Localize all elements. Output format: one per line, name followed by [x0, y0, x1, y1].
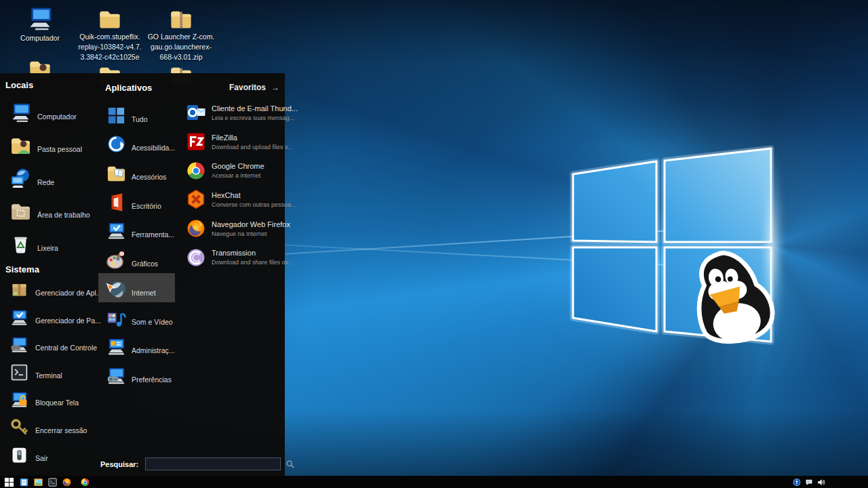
category-label: Acessórios — [132, 173, 166, 181]
internet-globe-icon — [106, 279, 127, 300]
category-preferencias[interactable]: Preferências — [98, 360, 175, 389]
category-acessibilidade[interactable]: Acessibilida... — [98, 129, 175, 158]
category-label: Som e Vídeo — [132, 318, 173, 326]
favorite-hexchat[interactable]: HexChat Converse com outras pessoa... — [176, 185, 285, 214]
category-administracao[interactable]: Administraç... — [98, 331, 175, 361]
image-viewer-taskbar-icon[interactable] — [33, 477, 43, 487]
favorite-subtitle: Navegue na Internet — [212, 230, 285, 237]
preferences-icon — [106, 365, 127, 386]
favorite-transmission[interactable]: Transmission Download and share files ov… — [176, 243, 285, 272]
menu-item-area-de-trabalho[interactable]: Área de trabalho — [0, 192, 98, 225]
category-graficos[interactable]: Gráficos — [98, 244, 175, 273]
category-escritorio[interactable]: Escritório — [98, 186, 175, 216]
search-label: Pesquisar: — [100, 460, 138, 468]
desktop-icon-label: GO Launcher Z-com. — [140, 33, 222, 41]
accessibility-icon — [106, 134, 127, 155]
menu-item-encerrar-sessao[interactable]: Encerrar sessão — [0, 411, 98, 439]
favoritos-header[interactable]: Favoritos→ — [176, 83, 279, 92]
menu-item-label: Pasta pessoal — [37, 145, 82, 153]
menu-item-label: Central de Controle — [35, 344, 97, 352]
hexchat-icon — [185, 188, 207, 210]
desktop-icon-golauncher-zip[interactable]: GO Launcher Z-com. gau.go.launcherex- 66… — [140, 7, 222, 62]
accessories-folder-icon — [106, 163, 127, 184]
office-icon — [106, 192, 127, 213]
search-input[interactable] — [145, 458, 281, 470]
menu-item-gerenciador-aplicativos[interactable]: Gerenciador de Apl... — [0, 274, 98, 302]
favorite-filezilla[interactable]: FileZilla Download and upload files v... — [176, 127, 285, 157]
category-label: Ferramenta... — [132, 230, 174, 239]
menu-item-label: Gerenciador de Pa... — [35, 317, 101, 325]
favorite-subtitle: Download and upload files v... — [212, 144, 285, 150]
trash-icon — [9, 233, 32, 256]
administration-icon — [106, 336, 127, 357]
menu-item-label: Área de trabalho — [37, 211, 90, 219]
menu-item-label: Terminal — [35, 371, 62, 380]
firefox-taskbar-icon[interactable] — [62, 477, 72, 487]
desktop-icon-quik-folder[interactable]: Quik-com.stupeflix. replay-103842-v4.7. … — [69, 7, 151, 62]
category-label: Internet — [132, 289, 156, 297]
favoritos-label: Favoritos — [229, 83, 266, 92]
locais-header: Locais — [5, 80, 98, 90]
favorite-title: Cliente de E-mail Thund... — [212, 104, 285, 113]
desktop-icon-label: replay-103842-v4.7. — [69, 43, 151, 52]
menu-item-computador[interactable]: Computador — [0, 93, 98, 126]
menu-item-rede[interactable]: Rede — [0, 159, 98, 192]
chrome-taskbar-icon[interactable] — [80, 477, 90, 487]
menu-item-central-de-controle[interactable]: Central de Controle — [0, 329, 98, 357]
chat-tray-icon[interactable] — [804, 478, 814, 487]
menu-item-label: Encerrar sessão — [35, 426, 87, 434]
category-acessorios[interactable]: Acessórios — [98, 157, 175, 186]
menu-item-gerenciador-pacotes[interactable]: Gerenciador de Pa... — [0, 302, 98, 329]
menu-item-pasta-pessoal[interactable]: Pasta pessoal — [0, 126, 98, 159]
volume-tray-icon[interactable] — [816, 478, 826, 487]
category-internet-selected[interactable]: Internet — [98, 273, 175, 302]
menu-item-lixeira[interactable]: Lixeira — [0, 224, 98, 258]
home-folder-icon — [9, 134, 32, 157]
category-label: Gráficos — [132, 260, 158, 268]
desktop-screen: Computador Quik-com.stupeflix. replay-10… — [0, 0, 868, 488]
favorite-subtitle: Leia e escreva suas mensag... — [212, 115, 285, 121]
power-switch-icon — [9, 445, 29, 465]
file-manager-taskbar-icon[interactable] — [19, 477, 29, 487]
shield-tray-icon[interactable] — [792, 478, 802, 487]
terminal-taskbar-icon[interactable] — [47, 477, 58, 487]
menu-item-label: Lixeira — [37, 244, 58, 252]
folder-icon — [97, 7, 123, 31]
favorite-title: HexChat — [212, 191, 285, 199]
network-icon — [9, 167, 32, 190]
sistema-header: Sistema — [5, 264, 98, 274]
favorite-title: Navegador Web Firefox — [212, 220, 285, 228]
email-client-icon — [185, 102, 207, 123]
menu-item-sair[interactable]: Sair — [0, 439, 98, 467]
desktop-icon-label: 668-v3.01.zip — [140, 53, 222, 62]
tools-screen-icon — [106, 220, 127, 241]
category-ferramentas[interactable]: Ferramenta... — [98, 216, 175, 245]
category-tudo[interactable]: Tudo — [98, 100, 175, 129]
favorite-subtitle: Acessar a internet — [212, 172, 264, 179]
chrome-icon — [185, 160, 207, 182]
favorite-google-chrome[interactable]: Google Chrome Acessar a internet — [176, 156, 285, 185]
category-label: Acessibilida... — [132, 144, 175, 152]
start-button[interactable] — [3, 477, 15, 487]
terminal-icon — [9, 363, 29, 382]
favorite-thunderbird[interactable]: Cliente de E-mail Thund... Leia e escrev… — [176, 98, 285, 127]
category-som-e-video[interactable]: Som e Vídeo — [98, 302, 175, 331]
search-icon — [285, 460, 295, 469]
start-menu: Locais Computador Pasta pessoal Rede Áre… — [0, 73, 285, 476]
firefox-icon — [185, 218, 207, 239]
desktop-icon-label: Quik-com.stupeflix. — [69, 33, 151, 41]
favorite-firefox[interactable]: Navegador Web Firefox Navegue na Interne… — [176, 214, 285, 243]
package-box-icon — [9, 280, 29, 300]
category-label: Escritório — [132, 202, 161, 210]
palette-icon — [106, 249, 127, 270]
favorite-title: Google Chrome — [212, 162, 264, 170]
category-label: Preferências — [132, 375, 172, 384]
menu-item-terminal[interactable]: Terminal — [0, 357, 98, 384]
aplicativos-header: Aplicativos — [105, 83, 175, 93]
menu-item-bloquear-tela[interactable]: Bloquear Tela — [0, 384, 98, 412]
screen-check-icon — [9, 308, 29, 327]
menu-item-label: Rede — [37, 178, 54, 186]
arrow-right-icon: → — [271, 83, 279, 92]
lock-screen-icon — [9, 390, 29, 409]
desktop-icon-label: gau.go.launcherex- — [140, 43, 222, 52]
